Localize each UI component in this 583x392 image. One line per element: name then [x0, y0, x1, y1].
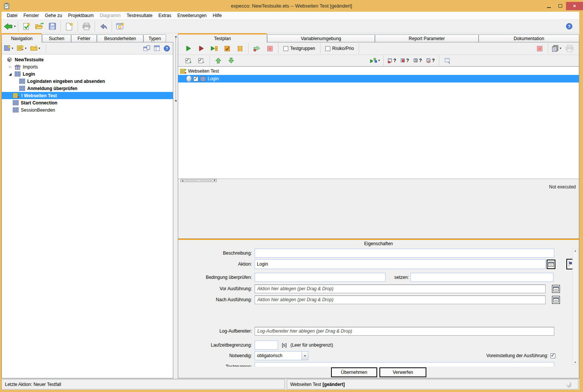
testgruppen-checkbox[interactable] — [283, 46, 288, 51]
bedingung-input[interactable] — [255, 273, 386, 282]
risiko-checkbox[interactable] — [325, 46, 330, 51]
close-button[interactable]: × — [566, 2, 583, 10]
new-testplan-button[interactable]: ▾ — [17, 44, 26, 53]
collapse-left-icon[interactable]: ◀ — [175, 100, 177, 102]
tree-row-newtestsuite[interactable]: NewTestsuite — [2, 56, 173, 63]
row-checkbox[interactable]: ✓ — [193, 76, 198, 81]
splitter-handle[interactable] — [200, 180, 212, 181]
tab-report-parameter[interactable]: Report Parameter — [375, 34, 479, 42]
tree-row-anmeldung[interactable]: Anmeldung überprüfen — [2, 85, 173, 92]
run-checked-button[interactable] — [221, 43, 233, 54]
move-down-button[interactable] — [225, 55, 238, 66]
panel-splitter[interactable]: ◀ ◀ — [173, 33, 178, 378]
nach-browse-button[interactable] — [552, 296, 560, 304]
menu-fenster[interactable]: Fenster — [20, 12, 42, 19]
menu-hilfe[interactable]: Hilfe — [210, 12, 225, 19]
back-button[interactable]: ▾ — [3, 21, 16, 32]
undo-button[interactable] — [97, 21, 110, 32]
risiko-checkbox-group[interactable]: Risiko/Prio — [322, 44, 357, 53]
tree-row-sessionbeenden[interactable]: SessionBeenden — [2, 106, 173, 114]
menu-gehezu[interactable]: Gehe zu — [42, 12, 65, 19]
maximize-button[interactable] — [555, 2, 566, 10]
accept-button[interactable] — [20, 21, 33, 32]
voreinstellung-checkbox[interactable]: ✓ — [550, 353, 555, 358]
tree-row-logindaten[interactable]: Logindaten eingeben und absenden — [2, 78, 173, 85]
tab-navigation[interactable]: Navigation — [2, 33, 42, 42]
testplan-row-login[interactable]: ✓ Login — [178, 75, 579, 82]
collapse-left-icon[interactable]: ◀ — [175, 36, 177, 38]
tree-row-start-connection[interactable]: Start Connection — [2, 99, 173, 106]
new-document-button[interactable] — [63, 21, 76, 32]
run-selected-button[interactable]: ▾ — [368, 55, 381, 66]
status-question-button-4[interactable]: ? — [424, 55, 437, 66]
scroll-down-icon[interactable]: ▼ — [574, 361, 577, 364]
aktion-browse-button[interactable] — [547, 260, 555, 269]
run-button[interactable] — [182, 43, 195, 54]
splitter-handle[interactable] — [185, 180, 197, 181]
run-stepwise-button[interactable] — [208, 43, 221, 54]
menu-extras[interactable]: Extras — [155, 12, 174, 19]
horizontal-splitter[interactable]: ▲ ▼ — [178, 179, 579, 182]
setzen-input[interactable] — [410, 273, 553, 282]
menu-datei[interactable]: Datei — [4, 12, 20, 19]
open-button[interactable] — [33, 21, 46, 32]
float-window-button[interactable] — [143, 44, 150, 53]
new-folder-button[interactable]: ▾ — [30, 44, 40, 53]
expander-collapsed-icon[interactable]: ▷ — [8, 65, 12, 68]
step-button[interactable] — [250, 43, 263, 54]
nach-ausfuehrung-dropzone[interactable]: Aktion hier ablegen (per Drag & Drop) — [255, 296, 546, 304]
help-button[interactable]: ? — [164, 44, 170, 53]
tree-row-webseiten-test[interactable]: ! Webseiten Test — [2, 92, 173, 99]
tree-row-login[interactable]: ◢ Login — [2, 70, 173, 78]
menu-erweiterungen[interactable]: Erweiterungen — [174, 12, 210, 19]
vor-browse-button[interactable] — [552, 285, 560, 293]
splitter-handle[interactable] — [176, 38, 176, 100]
scroll-up-icon[interactable]: ▲ — [574, 249, 577, 252]
move-up-button[interactable] — [212, 55, 225, 66]
splitter-widget[interactable]: ▲ ▼ — [180, 179, 217, 182]
testgruppen-checkbox-group[interactable]: Testgruppen — [280, 44, 318, 53]
check-all-button[interactable]: ✓ + — [182, 55, 195, 66]
save-button[interactable] — [46, 21, 59, 32]
minimize-button[interactable] — [543, 2, 555, 10]
title-bar[interactable]: expecco: NewTestsuite.ets -- Webseiten T… — [0, 0, 583, 12]
beschreibung-input[interactable] — [255, 249, 554, 258]
new-testcase-button[interactable]: ▾ — [4, 44, 13, 53]
verwerfen-button[interactable]: Verwerfen — [379, 367, 426, 377]
notwendig-select[interactable]: obligatorisch ▾ — [255, 351, 308, 360]
print-button[interactable] — [80, 21, 93, 32]
collapse-up-icon[interactable]: ▲ — [182, 179, 184, 182]
properties-scrollbar[interactable]: ▲ ▼ — [572, 248, 578, 365]
menu-projektbaum[interactable]: Projektbaum — [65, 12, 96, 19]
aktion-input[interactable] — [255, 259, 546, 269]
tab-fehler[interactable]: Fehler — [71, 34, 97, 42]
tree-row-imports[interactable]: ▷ Imports — [2, 63, 173, 70]
status-question-button-2[interactable]: ? — [398, 55, 411, 66]
report-pages-button[interactable]: ▾ — [550, 43, 563, 54]
tab-besonderheiten[interactable]: Besonderheiten — [97, 34, 143, 42]
run-debug-button[interactable] — [195, 43, 208, 54]
status-question-button-1[interactable]: ? — [386, 55, 398, 66]
tab-dokumentation[interactable]: Dokumentation — [479, 34, 579, 42]
expander-expanded-icon[interactable]: ◢ — [8, 72, 12, 76]
menu-testresultate[interactable]: Testresultate — [124, 12, 155, 19]
testplan-row-webseiten-test[interactable]: Webseiten Test — [178, 67, 579, 75]
goto-item-button[interactable] — [441, 55, 454, 66]
split-window-button[interactable] — [154, 44, 160, 53]
help-button[interactable]: ? — [563, 21, 575, 32]
status-question-button-3[interactable]: ? — [411, 55, 424, 66]
tab-variablenumgebung[interactable]: Variablenumgebung — [267, 34, 375, 42]
stop-button[interactable] — [263, 43, 276, 54]
stop-all-button[interactable] — [533, 43, 546, 54]
chevron-down-icon[interactable]: ▾ — [302, 352, 308, 360]
uebernehmen-button[interactable]: Übernehmen — [331, 367, 377, 377]
pause-button[interactable] — [233, 43, 246, 54]
reload-button[interactable] — [114, 21, 127, 32]
testgruppen-input[interactable] — [255, 362, 554, 367]
vor-ausfuehrung-dropzone[interactable]: Aktion hier ablegen (per Drag & Drop) — [255, 285, 546, 293]
uncheck-all-button[interactable]: ✓ − — [195, 55, 208, 66]
tab-typen[interactable]: Typen — [143, 34, 166, 42]
tab-suchen[interactable]: Suchen — [42, 34, 71, 42]
log-aufbereiter-dropzone[interactable]: Log-Aufbereiter hier ablegen (per Drag &… — [255, 327, 554, 336]
collapse-down-icon[interactable]: ▼ — [213, 179, 216, 182]
